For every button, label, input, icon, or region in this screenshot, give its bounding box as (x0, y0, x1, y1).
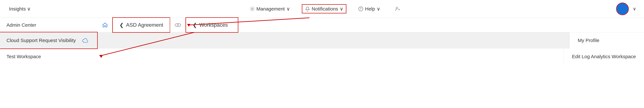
user-switch-icon (395, 6, 400, 11)
spacer (97, 32, 570, 48)
top-bar-center: Management ∨ Notifications ∨ ? Help ∨ (33, 5, 616, 13)
asd-agreement-button[interactable]: ❮ ASD Agreement (113, 18, 170, 32)
cloud-support-label: Cloud Support Request Visibility (6, 38, 76, 43)
workspaces-chevron-left: ❮ (193, 22, 197, 28)
help-label: Help (365, 6, 375, 12)
eye-icon (175, 23, 181, 27)
asd-chevron-left: ❮ (120, 22, 124, 28)
edit-log-analytics-item[interactable]: Edit Log Analytics Workspace (564, 48, 644, 65)
workspaces-button[interactable]: ❮ Workspaces (186, 18, 238, 32)
test-workspace-item[interactable]: Test Workspace (0, 48, 97, 65)
asd-right-area (170, 18, 186, 32)
notifications-chevron: ∨ (340, 6, 343, 12)
edit-log-analytics-label: Edit Log Analytics Workspace (572, 54, 636, 59)
workspaces-label: Workspaces (199, 22, 228, 28)
top-bar-right: ∨ (616, 3, 638, 15)
svg-text:?: ? (360, 7, 362, 10)
management-chevron: ∨ (286, 6, 290, 12)
row-spacer (97, 48, 564, 65)
admin-center-label: Admin Center (0, 18, 97, 32)
svg-point-4 (175, 23, 181, 27)
svg-point-3 (396, 7, 398, 9)
home-icon-area (97, 18, 113, 32)
svg-point-5 (177, 24, 179, 26)
help-menu[interactable]: ? Help ∨ (356, 5, 383, 13)
asd-agreement-label: ASD Agreement (126, 22, 163, 28)
test-workspace-label: Test Workspace (6, 54, 41, 59)
fourth-row: Test Workspace Edit Log Analytics Worksp… (0, 48, 644, 65)
cloud-icon (82, 38, 89, 43)
top-bar-left: Insights ∨ (6, 5, 33, 13)
my-profile-item[interactable]: My Profile (570, 32, 644, 48)
help-chevron: ∨ (377, 6, 380, 12)
insights-label: Insights (9, 6, 26, 12)
management-label: Management (256, 6, 285, 12)
home-icon (102, 22, 108, 28)
bell-icon (305, 6, 310, 11)
insights-menu[interactable]: Insights ∨ (6, 5, 33, 13)
top-bar: Insights ∨ Management ∨ Notificati (0, 0, 644, 18)
second-row: Admin Center ❮ ASD Agreement ❮ Workspace… (0, 18, 644, 32)
third-row: Cloud Support Request Visibility My Prof… (0, 32, 644, 48)
svg-point-0 (252, 8, 253, 10)
user-avatar[interactable] (616, 3, 628, 15)
user-switch-button[interactable] (392, 5, 403, 13)
help-circle-icon: ? (358, 6, 364, 11)
my-profile-label: My Profile (578, 38, 599, 43)
management-menu[interactable]: Management ∨ (247, 5, 292, 13)
notifications-menu[interactable]: Notifications ∨ (302, 5, 346, 13)
insights-chevron: ∨ (27, 6, 30, 12)
user-menu-chevron[interactable]: ∨ (632, 5, 638, 13)
gear-icon (250, 6, 255, 11)
cloud-support-item[interactable]: Cloud Support Request Visibility (0, 32, 97, 48)
notifications-label: Notifications (312, 6, 338, 12)
